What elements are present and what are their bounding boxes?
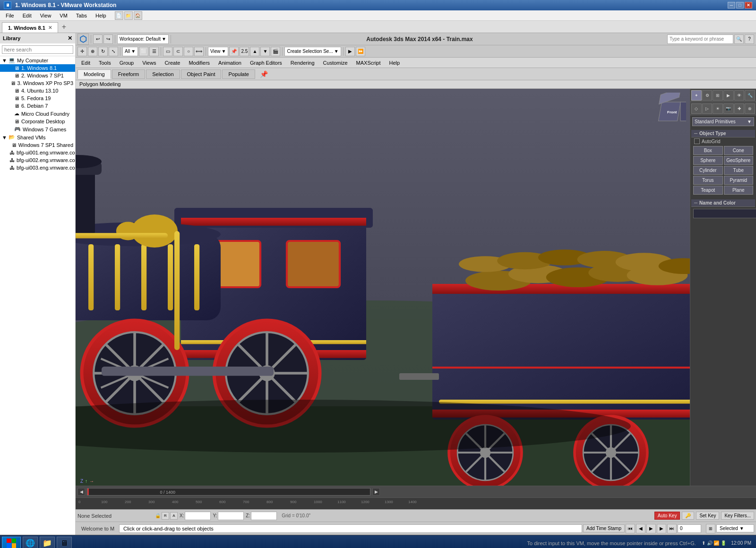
autogrid-checkbox[interactable]: [694, 138, 700, 144]
helper-icon[interactable]: ✚: [734, 103, 745, 114]
auto-key-btn[interactable]: Auto Key: [654, 512, 680, 520]
toolbar-undo[interactable]: ↩: [93, 34, 103, 44]
max-menu-views[interactable]: Views: [138, 59, 160, 67]
display-icon[interactable]: 👁: [734, 90, 745, 101]
motion-icon[interactable]: ▶: [723, 90, 734, 101]
max-menu-rendering[interactable]: Rendering: [287, 59, 318, 67]
select-region[interactable]: ⬜: [139, 47, 148, 56]
light-icon[interactable]: ☀: [713, 103, 723, 114]
obj-btn-sphere[interactable]: Sphere: [693, 156, 723, 165]
ribbon-tab-objectpaint[interactable]: Object Paint: [181, 69, 222, 79]
menu-view[interactable]: View: [36, 12, 55, 19]
tree-item-bfg003[interactable]: 🖧 bfg-ui003.eng.vmware.com: [0, 164, 75, 171]
search-field[interactable]: [667, 34, 733, 44]
tl-forward-btn[interactable]: ▶: [372, 488, 380, 496]
obj-btn-pyramid[interactable]: Pyramid: [724, 176, 754, 185]
collapse-icon[interactable]: ─: [694, 200, 697, 206]
search-input[interactable]: [2, 45, 73, 54]
percent-btn[interactable]: 2.5: [240, 47, 249, 56]
help-button[interactable]: ?: [745, 34, 754, 44]
max-menu-create[interactable]: Create: [161, 59, 184, 67]
anim-btn2[interactable]: ⏩: [356, 47, 365, 56]
max-menu-tools[interactable]: Tools: [95, 59, 115, 67]
tray-icons[interactable]: ⬆ 🔊 📶 🔋: [702, 540, 726, 546]
lasso-select[interactable]: ⊂: [173, 47, 183, 56]
hierarchy-icon[interactable]: ⊞: [713, 90, 723, 101]
ribbon-tab-populate[interactable]: Populate: [222, 69, 255, 79]
spinner-dn[interactable]: ▼: [260, 47, 270, 56]
y-input[interactable]: [218, 512, 244, 520]
prev-frame-btn[interactable]: ⏮: [626, 524, 635, 533]
tree-item-win7sp1[interactable]: 🖥 2. Windows 7 SP1: [0, 72, 75, 79]
max-logo[interactable]: ⬡: [77, 34, 89, 45]
key-mode-toggle[interactable]: 🔑: [682, 512, 694, 520]
obj-btn-cylinder[interactable]: Cylinder: [693, 166, 723, 175]
tree-item-winxp[interactable]: 🖥 3. Windows XP Pro SP3: [0, 79, 75, 87]
mirror-tool[interactable]: ⟺: [194, 47, 204, 56]
prev-key-btn[interactable]: ◀: [636, 524, 645, 533]
menu-vm[interactable]: VM: [56, 12, 71, 19]
tree-item-ubuntu[interactable]: 🖥 4. Ubuntu 13.10: [0, 87, 75, 94]
select-tool[interactable]: ✛: [77, 47, 87, 56]
utilities-icon[interactable]: 🔧: [745, 90, 755, 101]
add-tab-button[interactable]: +: [58, 23, 70, 31]
close-button[interactable]: ✕: [745, 2, 752, 9]
toolbar-open[interactable]: 📁: [124, 11, 133, 20]
scale-tool[interactable]: ⤡: [109, 47, 118, 56]
create-selection-dropdown[interactable]: Create Selection Se... ▼: [284, 47, 341, 56]
max-menu-group[interactable]: Group: [116, 59, 138, 67]
object-name-input[interactable]: [693, 209, 756, 218]
toolbar-home[interactable]: 🏠: [134, 11, 142, 20]
tree-item-bfg002[interactable]: 🖧 bfg-ui002.eng.vmware.com: [0, 156, 75, 164]
tree-item-mycomputer[interactable]: ▼ 💻 My Computer: [0, 56, 75, 64]
menu-edit[interactable]: Edit: [19, 12, 35, 19]
taskbar-explorer-icon[interactable]: 📁: [40, 537, 55, 548]
ribbon-tab-modeling[interactable]: Modeling: [77, 69, 111, 79]
ribbon-tab-freeform[interactable]: Freeform: [112, 69, 146, 79]
tab-close-icon[interactable]: ✕: [48, 25, 52, 30]
space-icon[interactable]: ⊗: [745, 103, 755, 114]
max-menu-grapheditors[interactable]: Graph Editors: [246, 59, 286, 67]
search-button[interactable]: 🔍: [734, 34, 744, 44]
coord-rel-btn[interactable]: R: [162, 512, 169, 520]
x-input[interactable]: [185, 512, 211, 520]
tl-back-btn[interactable]: ◀: [77, 488, 85, 496]
collapse-icon[interactable]: ─: [694, 131, 697, 136]
play-btn[interactable]: ▶: [646, 524, 656, 533]
shape-icon[interactable]: ▷: [702, 103, 713, 114]
tree-item-wingames[interactable]: 🎮 Windows 7 Games: [0, 125, 75, 133]
obj-btn-cone[interactable]: Cone: [724, 146, 754, 155]
max-menu-animation[interactable]: Animation: [215, 59, 245, 67]
tree-item-win81[interactable]: 🖥 1. Windows 8.1: [0, 64, 75, 72]
ribbon-pin-icon[interactable]: 📌: [260, 70, 268, 78]
z-input[interactable]: [251, 512, 277, 520]
set-key-btn[interactable]: Set Key: [696, 512, 719, 520]
rotate-tool[interactable]: ↻: [98, 47, 108, 56]
tree-item-fedora[interactable]: 🖥 5. Fedora 19: [0, 94, 75, 102]
create-icon[interactable]: ✦: [691, 90, 702, 101]
add-time-stamp-btn[interactable]: Add Time Stamp: [583, 524, 625, 532]
obj-btn-plane[interactable]: Plane: [724, 186, 754, 195]
render-btn[interactable]: 🎬: [271, 47, 280, 56]
anim-btn1[interactable]: ▶: [345, 47, 355, 56]
key-status-dropdown[interactable]: Selected ▼: [716, 524, 754, 532]
obj-btn-box[interactable]: Box: [693, 146, 723, 155]
viewport[interactable]: [+] [Perspective] [Realistic]: [76, 89, 690, 486]
camera-icon[interactable]: 📷: [723, 103, 734, 114]
obj-btn-tube[interactable]: Tube: [724, 166, 754, 175]
spinner-up[interactable]: ▲: [250, 47, 259, 56]
workspace-dropdown[interactable]: Workspace: Default ▼: [117, 34, 169, 44]
move-tool[interactable]: ⊕: [88, 47, 97, 56]
menu-tabs[interactable]: Tabs: [72, 12, 91, 19]
tree-item-mcf[interactable]: ☁ Micro Cloud Foundry: [0, 110, 75, 118]
next-frame-btn[interactable]: ⏭: [667, 524, 677, 533]
filter-dropdown[interactable]: All ▼: [122, 47, 138, 56]
max-menu-customize[interactable]: Customize: [319, 59, 352, 67]
view-dropdown[interactable]: View ▼: [208, 47, 228, 56]
tree-item-sharedvms[interactable]: ▼ 📂 Shared VMs: [0, 133, 75, 141]
tree-item-bfg001[interactable]: 🖧 bfg-ui001.eng.vmware.com: [0, 149, 75, 156]
paint-select[interactable]: ○: [184, 47, 193, 56]
taskbar-ie-icon[interactable]: 🌐: [23, 537, 38, 548]
max-menu-edit[interactable]: Edit: [77, 59, 94, 67]
key-mode-btn[interactable]: ⊞: [706, 524, 715, 533]
